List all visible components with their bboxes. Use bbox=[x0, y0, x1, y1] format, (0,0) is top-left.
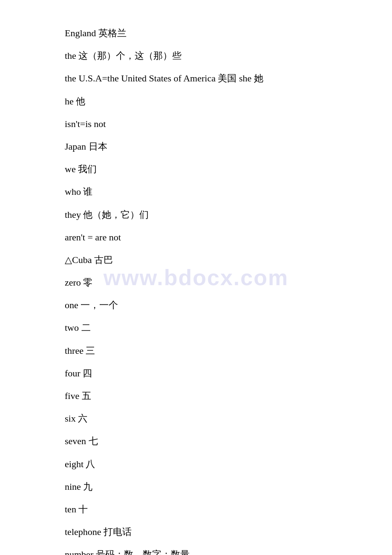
entry-arent: aren't = are not bbox=[65, 230, 327, 245]
entry-usa: the U.S.A=the United States of America 美… bbox=[65, 71, 327, 86]
entry-england: England 英格兰 bbox=[65, 26, 327, 40]
entry-ten: ten 十 bbox=[65, 502, 327, 517]
entry-one: one 一，一个 bbox=[65, 298, 327, 312]
entry-he: he 他 bbox=[65, 94, 327, 109]
entry-telephone: telephone 打电话 bbox=[65, 524, 327, 539]
entry-zero: zero 零 bbox=[65, 275, 327, 290]
entry-six: six 六 bbox=[65, 411, 327, 426]
entry-seven: seven 七 bbox=[65, 434, 327, 448]
entry-who: who 谁 bbox=[65, 184, 327, 199]
entry-five: five 五 bbox=[65, 388, 327, 403]
entry-we: we 我们 bbox=[65, 162, 327, 176]
entry-nine: nine 九 bbox=[65, 479, 327, 494]
entry-they: they 他（她，它）们 bbox=[65, 207, 327, 222]
entry-four: four 四 bbox=[65, 366, 327, 381]
main-content: England 英格兰the 这（那）个，这（那）些the U.S.A=the … bbox=[0, 0, 392, 555]
entry-japan: Japan 日本 bbox=[65, 139, 327, 154]
entry-isnt: isn't=is not bbox=[65, 116, 327, 131]
entry-number: number 号码；数，数字；数量 bbox=[65, 547, 327, 555]
entry-eight: eight 八 bbox=[65, 457, 327, 471]
entry-cuba: △Cuba 古巴 bbox=[65, 252, 327, 267]
entry-three: three 三 bbox=[65, 343, 327, 358]
entry-two: two 二 bbox=[65, 320, 327, 335]
entry-the: the 这（那）个，这（那）些 bbox=[65, 48, 327, 63]
